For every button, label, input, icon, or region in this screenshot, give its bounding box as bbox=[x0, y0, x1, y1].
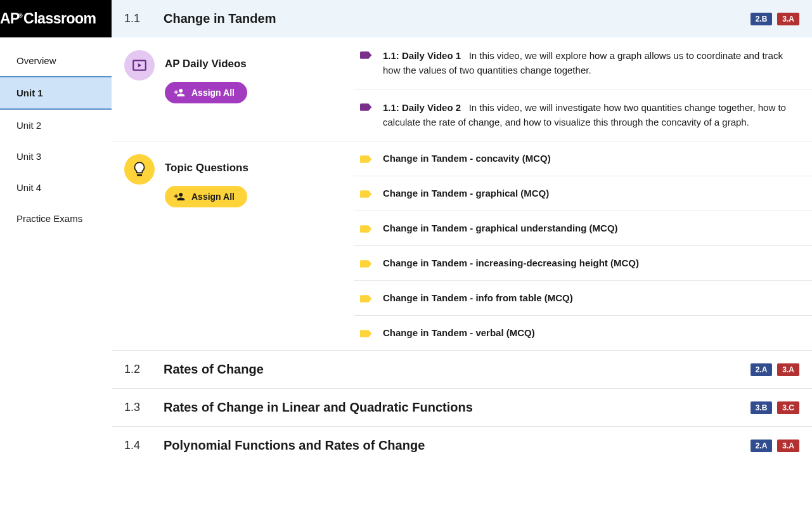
video-item-text: 1.1: Daily Video 1 In this video, we wil… bbox=[383, 49, 799, 77]
label-icon bbox=[360, 189, 373, 199]
topic-tags: 2.B 3.A bbox=[751, 13, 799, 25]
label-icon bbox=[360, 50, 373, 60]
topic-number: 1.3 bbox=[124, 401, 164, 414]
topic-title: Rates of Change bbox=[164, 362, 751, 377]
question-item[interactable]: Change in Tandem - info from table (MCQ) bbox=[354, 281, 812, 316]
topic-tags: 2.A 3.A bbox=[751, 440, 799, 452]
skill-tag: 2.B bbox=[751, 13, 773, 25]
questions-section-title: Topic Questions bbox=[165, 154, 248, 174]
questions-section: Topic Questions Assign All Change in Tan… bbox=[112, 141, 812, 351]
topic-number: 1.2 bbox=[124, 363, 164, 376]
skill-tag: 3.A bbox=[777, 363, 799, 376]
topic-number: 1.1 bbox=[124, 12, 164, 25]
topic-row[interactable]: 1.4 Polynomial Functions and Rates of Ch… bbox=[112, 427, 812, 464]
topic-row[interactable]: 1.2 Rates of Change 2.A 3.A bbox=[112, 351, 812, 389]
topic-row[interactable]: 1.1 Change in Tandem 2.B 3.A bbox=[112, 0, 812, 37]
topic-number: 1.4 bbox=[124, 439, 164, 452]
topic-tags: 3.B 3.C bbox=[751, 401, 799, 414]
skill-tag: 2.A bbox=[751, 363, 773, 376]
label-icon bbox=[360, 259, 373, 269]
videos-section-title: AP Daily Videos bbox=[165, 50, 247, 70]
logo-prefix: AP bbox=[0, 10, 20, 27]
assign-all-label: Assign All bbox=[191, 88, 235, 98]
skill-tag: 3.C bbox=[777, 401, 799, 414]
sidebar-item[interactable]: Unit 2 bbox=[0, 110, 112, 141]
question-icon bbox=[124, 154, 155, 185]
video-icon bbox=[124, 50, 155, 81]
topic-title: Polynomial Functions and Rates of Change bbox=[164, 438, 751, 453]
label-icon bbox=[360, 102, 373, 112]
label-icon bbox=[360, 224, 373, 234]
main-content: 1.1 Change in Tandem 2.B 3.A AP Daily Vi… bbox=[112, 0, 812, 508]
sidebar-item[interactable]: Unit 4 bbox=[0, 172, 112, 203]
skill-tag: 3.B bbox=[751, 401, 773, 414]
question-item[interactable]: Change in Tandem - graphical understandi… bbox=[354, 211, 812, 246]
topic-row[interactable]: 1.3 Rates of Change in Linear and Quadra… bbox=[112, 389, 812, 427]
skill-tag: 3.A bbox=[777, 13, 799, 25]
sidebar: AP®Classroom OverviewUnit 1Unit 2Unit 3U… bbox=[0, 0, 112, 508]
label-icon bbox=[360, 329, 373, 339]
sidebar-item[interactable]: Unit 3 bbox=[0, 141, 112, 172]
question-item[interactable]: Change in Tandem - verbal (MCQ) bbox=[354, 316, 812, 350]
logo: AP®Classroom bbox=[0, 0, 112, 37]
video-item-text: 1.1: Daily Video 2 In this video, we wil… bbox=[383, 101, 799, 129]
assign-all-videos-button[interactable]: Assign All bbox=[165, 82, 247, 103]
topic-tags: 2.A 3.A bbox=[751, 363, 799, 376]
question-item[interactable]: Change in Tandem - graphical (MCQ) bbox=[354, 176, 812, 211]
section-left: Topic Questions Assign All bbox=[112, 141, 354, 350]
assign-all-questions-button[interactable]: Assign All bbox=[165, 186, 247, 207]
question-item[interactable]: Change in Tandem - increasing-decreasing… bbox=[354, 246, 812, 281]
label-icon bbox=[360, 294, 373, 304]
question-item[interactable]: Change in Tandem - concavity (MCQ) bbox=[354, 141, 812, 176]
assign-all-label: Assign All bbox=[191, 192, 235, 202]
question-item-title: Change in Tandem - increasing-decreasing… bbox=[383, 257, 639, 268]
question-item-title: Change in Tandem - info from table (MCQ) bbox=[383, 292, 573, 303]
skill-tag: 2.A bbox=[751, 440, 773, 452]
label-icon bbox=[360, 154, 373, 164]
video-item[interactable]: 1.1: Daily Video 1 In this video, we wil… bbox=[354, 37, 812, 89]
logo-suffix: Classroom bbox=[23, 10, 96, 27]
skill-tag: 3.A bbox=[777, 440, 799, 452]
topic-title: Rates of Change in Linear and Quadratic … bbox=[164, 400, 751, 415]
topic-title: Change in Tandem bbox=[164, 11, 751, 26]
videos-section: AP Daily Videos Assign All 1.1: Daily Vi… bbox=[112, 37, 812, 141]
sidebar-item[interactable]: Overview bbox=[0, 45, 112, 76]
videos-list: 1.1: Daily Video 1 In this video, we wil… bbox=[354, 37, 812, 141]
sidebar-item[interactable]: Unit 1 bbox=[0, 76, 112, 110]
nav-list: OverviewUnit 1Unit 2Unit 3Unit 4Practice… bbox=[0, 37, 112, 234]
question-item-title: Change in Tandem - verbal (MCQ) bbox=[383, 327, 535, 338]
question-item-title: Change in Tandem - graphical (MCQ) bbox=[383, 188, 549, 199]
video-item[interactable]: 1.1: Daily Video 2 In this video, we wil… bbox=[354, 89, 812, 141]
section-left: AP Daily Videos Assign All bbox=[112, 37, 354, 141]
logo-reg-mark: ® bbox=[18, 13, 22, 19]
questions-list: Change in Tandem - concavity (MCQ)Change… bbox=[354, 141, 812, 350]
sidebar-item[interactable]: Practice Exams bbox=[0, 203, 112, 234]
question-item-title: Change in Tandem - concavity (MCQ) bbox=[383, 153, 551, 164]
question-item-title: Change in Tandem - graphical understandi… bbox=[383, 223, 618, 233]
